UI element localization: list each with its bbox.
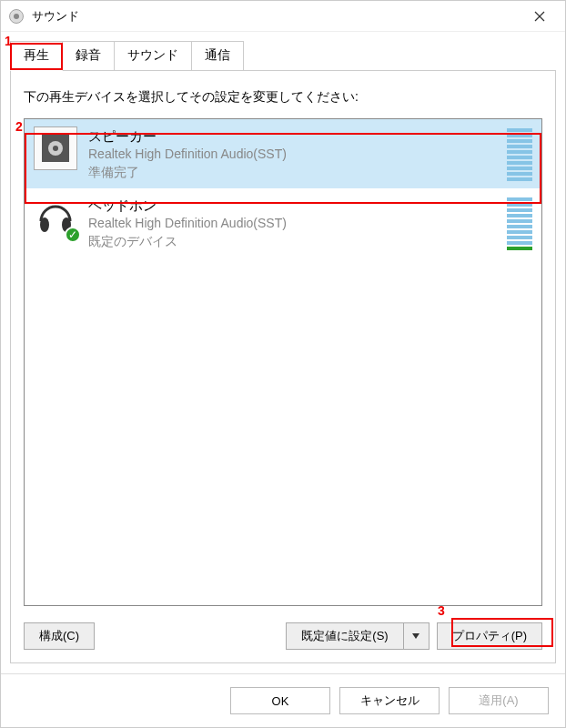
device-status: 準備完了	[88, 164, 496, 182]
tab-playback[interactable]: 再生	[10, 41, 63, 71]
device-description: Realtek High Definition Audio(SST)	[88, 215, 496, 233]
device-text: ヘッドホン Realtek High Definition Audio(SST)…	[88, 196, 496, 250]
device-text: スピーカー Realtek High Definition Audio(SST)…	[88, 126, 496, 181]
instruction-text: 下の再生デバイスを選択してその設定を変更してください:	[24, 89, 542, 106]
device-status: 既定のデバイス	[88, 233, 496, 251]
svg-point-6	[53, 146, 58, 151]
svg-point-7	[40, 217, 49, 232]
default-check-icon: ✓	[65, 227, 81, 243]
svg-point-1	[14, 14, 19, 19]
close-button[interactable]	[521, 3, 558, 30]
set-default-button[interactable]: 既定値に設定(S)	[286, 622, 403, 650]
speaker-icon	[34, 126, 77, 170]
annotation-1: 1	[5, 34, 12, 48]
annotation-2: 2	[15, 119, 23, 134]
titlebar: サウンド	[1, 1, 565, 32]
tab-sounds[interactable]: サウンド	[114, 41, 192, 71]
set-default-dropdown[interactable]	[404, 622, 430, 650]
device-item-speaker[interactable]: スピーカー Realtek High Definition Audio(SST)…	[25, 119, 541, 188]
properties-button[interactable]: プロパティ(P)	[437, 622, 542, 650]
device-name: スピーカー	[88, 126, 496, 146]
window-title: サウンド	[32, 8, 521, 25]
tab-strip: 再生 録音 サウンド 通信	[1, 41, 565, 71]
device-description: Realtek High Definition Audio(SST)	[88, 146, 496, 164]
apply-button[interactable]: 適用(A)	[449, 687, 549, 714]
tab-recording[interactable]: 録音	[62, 41, 115, 71]
tab-communications[interactable]: 通信	[191, 41, 244, 71]
panel-buttons: 構成(C) 既定値に設定(S) プロパティ(P)	[24, 622, 542, 650]
sound-dialog: 1 2 3 サウンド 再生 録音 サウンド 通信 下の再生デバイスを選択してその…	[0, 0, 566, 728]
dialog-buttons: OK キャンセル 適用(A)	[1, 673, 565, 727]
level-meter	[507, 197, 532, 250]
level-meter	[507, 128, 532, 181]
playback-panel: 下の再生デバイスを選択してその設定を変更してください: スピーカー Realte…	[10, 70, 556, 663]
chevron-down-icon	[412, 633, 419, 639]
cancel-button[interactable]: キャンセル	[339, 687, 440, 714]
headphone-icon: ✓	[34, 196, 77, 239]
configure-button[interactable]: 構成(C)	[24, 622, 95, 650]
annotation-3: 3	[438, 603, 445, 618]
sound-icon	[8, 8, 25, 25]
set-default-group: 既定値に設定(S)	[286, 622, 429, 650]
device-item-headphone[interactable]: ✓ ヘッドホン Realtek High Definition Audio(SS…	[25, 188, 541, 258]
ok-button[interactable]: OK	[230, 687, 330, 714]
device-list[interactable]: スピーカー Realtek High Definition Audio(SST)…	[24, 118, 542, 606]
device-name: ヘッドホン	[88, 196, 496, 215]
